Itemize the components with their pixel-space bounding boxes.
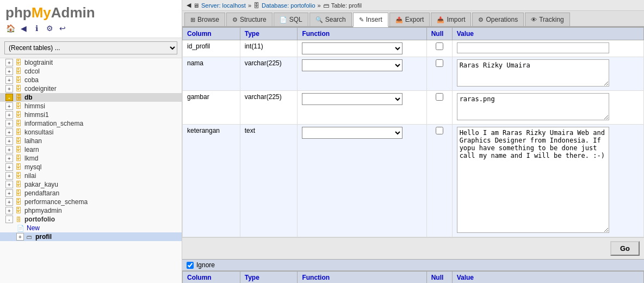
- settings-icon[interactable]: ⚙: [45, 23, 54, 33]
- sidebar-item-information-schema[interactable]: + 🗄 information_schema: [0, 119, 182, 128]
- type-label-id-profil: int(11): [245, 42, 263, 50]
- sidebar-item-nilai[interactable]: + 🗄 nilai: [0, 171, 182, 180]
- expand-pendaftaran[interactable]: +: [5, 189, 13, 197]
- expand-nilai[interactable]: +: [5, 172, 13, 180]
- expand-lkmd[interactable]: +: [5, 155, 13, 162]
- ignore-area: Ignore: [182, 259, 644, 271]
- expand-phpmyadmin[interactable]: +: [5, 207, 13, 214]
- logo-php: php: [5, 4, 32, 21]
- tab-import[interactable]: 📥 Import: [431, 13, 471, 26]
- sidebar-item-himmsi[interactable]: + 🗄 himmsi: [0, 102, 182, 110]
- expand-coba[interactable]: +: [5, 76, 13, 84]
- value-textarea-nama[interactable]: Raras Rizky Umaira: [457, 59, 609, 87]
- type-id-profil: int(11): [240, 40, 298, 57]
- db-icon-mysql: 🗄: [14, 164, 23, 170]
- import-icon: 📥: [437, 16, 444, 23]
- info-icon[interactable]: ℹ: [32, 23, 41, 33]
- sidebar-item-coba[interactable]: + 🗄 coba: [0, 76, 182, 84]
- col-label-id-profil: id_profil: [187, 42, 210, 50]
- expand-codeigniter[interactable]: +: [5, 85, 13, 93]
- sidebar-item-codeigniter[interactable]: + 🗄 codeigniter: [0, 84, 182, 93]
- value-id-profil: [452, 40, 643, 57]
- expand-konsultasi[interactable]: +: [5, 128, 13, 136]
- tab-insert[interactable]: ✎ Insert: [353, 13, 388, 27]
- sidebar-item-pakar-kayu[interactable]: + 🗄 pakar_kayu: [0, 180, 182, 189]
- expand-mysql[interactable]: +: [5, 163, 13, 171]
- expand-portofolio[interactable]: -: [5, 216, 13, 223]
- ignore-checkbox[interactable]: [187, 262, 194, 269]
- sidebar-item-phpmyadmin[interactable]: + 🗄 phpmyadmin: [0, 206, 182, 215]
- expand-laihan[interactable]: +: [5, 137, 13, 145]
- import-label: Import: [447, 16, 465, 23]
- null-check-id-profil[interactable]: [436, 42, 443, 50]
- second-header-function: Function: [298, 272, 426, 284]
- value-input-id-profil[interactable]: [457, 42, 609, 53]
- expand-himmsi[interactable]: +: [5, 102, 13, 110]
- db-select[interactable]: (Recent tables) ...blogtrainitcdcolcobac…: [4, 41, 177, 54]
- breadcrumb-back-arrow[interactable]: ◀: [187, 2, 191, 9]
- table-icon-profil: 🗃: [25, 233, 34, 240]
- value-textarea-gambar[interactable]: raras.png: [457, 93, 609, 120]
- breadcrumb-server[interactable]: Server: localhost: [201, 2, 246, 9]
- sidebar-item-himmsi1[interactable]: + 🗄 himmsi1: [0, 110, 182, 119]
- func-select-nama[interactable]: [302, 59, 403, 71]
- expand-db[interactable]: -: [5, 94, 13, 101]
- func-nama: [298, 57, 426, 91]
- sidebar-item-new[interactable]: 📄 New: [0, 224, 182, 232]
- sidebar-item-portofolio[interactable]: - 🗄 portofolio: [0, 215, 182, 224]
- expand-performance-schema[interactable]: +: [5, 198, 13, 206]
- null-check-gambar[interactable]: [436, 93, 443, 101]
- sidebar-item-profil[interactable]: + 🗃 profil: [0, 232, 182, 241]
- expand-learn[interactable]: +: [5, 146, 13, 153]
- type-label-nama: varchar(225): [245, 59, 282, 67]
- sidebar-item-laihan[interactable]: + 🗄 laihan: [0, 137, 182, 145]
- expand-himmsi1[interactable]: +: [5, 111, 13, 119]
- tab-sql[interactable]: 📄 SQL: [274, 13, 308, 26]
- expand-blogtrainit[interactable]: +: [5, 59, 13, 66]
- sidebar-item-lkmd[interactable]: + 🗄 lkmd: [0, 154, 182, 163]
- go-area: Go: [182, 237, 644, 259]
- value-textarea-keterangan[interactable]: Hello I am Raras Rizky Umaira Web and Gr…: [457, 127, 609, 233]
- func-select-id-profil[interactable]: [302, 42, 403, 54]
- home-icon[interactable]: 🏠: [5, 23, 15, 33]
- type-nama: varchar(225): [240, 57, 298, 91]
- search-label: Search: [325, 16, 346, 23]
- sidebar-item-db[interactable]: - 🗄 db: [0, 93, 182, 102]
- tab-operations[interactable]: ⚙ Operations: [472, 13, 524, 26]
- expand-information-schema[interactable]: +: [5, 120, 13, 127]
- second-insert-table: Column Type Function Null Value id_profi…: [182, 271, 644, 283]
- sidebar-item-pendaftaran[interactable]: + 🗄 pendaftaran: [0, 189, 182, 198]
- func-select-gambar[interactable]: [302, 93, 403, 105]
- value-nama: Raras Rizky Umaira: [452, 57, 643, 91]
- table-row: id_profil int(11): [183, 40, 644, 57]
- func-select-keterangan[interactable]: [302, 127, 403, 139]
- second-header-column: Column: [183, 272, 240, 284]
- sidebar-item-mysql[interactable]: + 🗄 mysql: [0, 163, 182, 171]
- go-button[interactable]: Go: [610, 241, 640, 256]
- tab-structure[interactable]: ⚙ Structure: [226, 13, 273, 26]
- sidebar-item-performance-schema[interactable]: + 🗄 performance_schema: [0, 198, 182, 206]
- null-check-nama[interactable]: [436, 59, 443, 67]
- back-icon[interactable]: ◀: [18, 23, 28, 33]
- col-gambar: gambar: [183, 91, 240, 125]
- db-icon-cdcol: 🗄: [14, 68, 23, 75]
- sidebar-item-learn[interactable]: + 🗄 learn: [0, 145, 182, 154]
- expand-pakar-kayu[interactable]: +: [5, 181, 13, 188]
- db-icon-phpmyadmin: 🗄: [14, 207, 23, 214]
- expand-cdcol[interactable]: +: [5, 67, 13, 75]
- breadcrumb-db[interactable]: Database: portofolio: [262, 2, 315, 9]
- tab-export[interactable]: 📤 Export: [389, 13, 430, 26]
- sidebar-item-blogtrainit[interactable]: + 🗄 blogtrainit: [0, 58, 182, 67]
- tab-tracking[interactable]: 👁 Tracking: [525, 13, 570, 26]
- breadcrumb-server-icon: 🖥: [193, 2, 199, 9]
- table-row: gambar varchar(225) raras.png: [183, 91, 644, 125]
- tab-browse[interactable]: ⊞ Browse: [184, 13, 225, 26]
- tab-search[interactable]: 🔍 Search: [309, 13, 352, 26]
- logout-icon[interactable]: ↩: [58, 23, 67, 33]
- null-check-keterangan[interactable]: [436, 127, 443, 134]
- expand-profil[interactable]: +: [16, 233, 24, 241]
- sidebar-item-cdcol[interactable]: + 🗄 cdcol: [0, 67, 182, 76]
- sidebar-item-konsultasi[interactable]: + 🗄 konsultasi: [0, 128, 182, 137]
- breadcrumb: ◀ 🖥 Server: localhost » 🗄 Database: port…: [182, 0, 644, 11]
- table-row: keterangan text Hello I am Raras R: [183, 125, 644, 237]
